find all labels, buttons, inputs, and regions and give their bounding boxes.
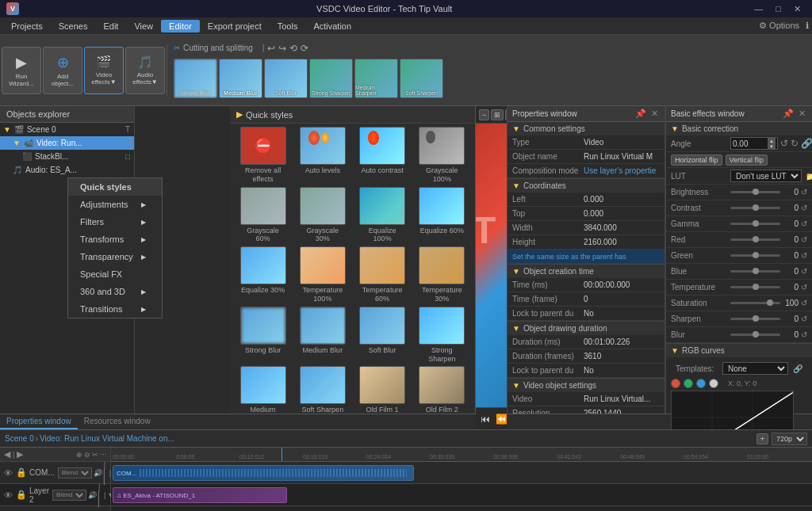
- effect-temp-60[interactable]: Temperature 60%: [354, 246, 411, 303]
- prop-pin[interactable]: 📌: [634, 109, 648, 119]
- red-reset[interactable]: ↺: [801, 235, 807, 244]
- collapse-all[interactable]: ◀: [3, 449, 11, 460]
- side-tool-3[interactable]: □: [124, 151, 132, 162]
- tree-audio[interactable]: 🎵 Audio: ES_A...: [0, 163, 134, 177]
- angle-reset[interactable]: ↺: [780, 138, 788, 149]
- ep-strong-blur[interactable]: Strong Blur: [235, 307, 291, 364]
- preview-zoom-in[interactable]: +: [505, 109, 507, 120]
- menu-projects[interactable]: Projects: [3, 20, 51, 32]
- angle-down[interactable]: ▼: [768, 143, 776, 149]
- green-slider[interactable]: [730, 254, 780, 257]
- ep-medium-blur[interactable]: Medium Blur: [294, 307, 350, 364]
- effect-temp-100[interactable]: Temperature 100%: [294, 246, 350, 303]
- effect-strong-sharpen[interactable]: Strong Sharpen: [309, 59, 353, 98]
- saturation-reset[interactable]: ↺: [801, 299, 807, 307]
- templates-select[interactable]: None: [722, 362, 788, 375]
- menu-editor[interactable]: Editor: [161, 20, 200, 32]
- preview-zoom-out[interactable]: −: [479, 109, 489, 120]
- effect-equalize-60[interactable]: Equalize 60%: [414, 187, 470, 244]
- blur-slider[interactable]: [730, 334, 780, 336]
- sharpen-reset[interactable]: ↺: [801, 315, 807, 323]
- run-wizard-button[interactable]: ▶ RunWizard...: [2, 47, 41, 94]
- gamma-reset[interactable]: ↺: [801, 219, 807, 228]
- lut-select[interactable]: Don't use LUT: [730, 170, 802, 182]
- qs-adjustments[interactable]: Adjustments ▶: [68, 196, 162, 213]
- preview-prev-btn[interactable]: ⏪: [494, 414, 507, 425]
- horizontal-flip-button[interactable]: Horizontal flip: [671, 154, 722, 166]
- options-button[interactable]: ⚙ Options: [759, 21, 799, 31]
- menu-tools[interactable]: Tools: [270, 20, 306, 32]
- effect-grayscale-30[interactable]: Grayscale 30%: [294, 187, 350, 244]
- effect-remove-all[interactable]: ⛔ Remove all effects: [235, 127, 291, 184]
- effect-soft-blur[interactable]: Soft Blur: [264, 59, 308, 98]
- effect-temp-30[interactable]: Temperature 30%: [414, 246, 470, 303]
- qs-special-fx[interactable]: Special FX: [68, 265, 162, 283]
- brightness-reset[interactable]: ↺: [801, 188, 807, 196]
- tl-add-layer[interactable]: +: [756, 433, 768, 444]
- ep-soft-blur[interactable]: Soft Blur: [354, 307, 411, 364]
- effect-grayscale-100[interactable]: Grayscale 100%: [414, 127, 470, 184]
- angle-link[interactable]: 🔗: [801, 138, 812, 149]
- effect-medium-blur[interactable]: Medium Blur: [219, 59, 262, 98]
- basic-correction-header[interactable]: ▼ Basic correction: [666, 122, 812, 135]
- saturation-slider[interactable]: [730, 302, 780, 304]
- prop-close[interactable]: ✕: [649, 109, 660, 119]
- green-dot[interactable]: [684, 379, 693, 388]
- layer2-blend[interactable]: Blend: [52, 490, 86, 501]
- close-button[interactable]: ✕: [789, 4, 806, 14]
- angle-up[interactable]: ▲: [768, 138, 776, 143]
- drawing-duration-header[interactable]: ▼ Object drawing duration: [508, 322, 665, 335]
- effect-grayscale-60[interactable]: Grayscale 60%: [235, 187, 291, 244]
- effect-strong-blur[interactable]: Strong Blur: [174, 59, 217, 98]
- vertical-flip-button[interactable]: Vertical flip: [726, 154, 768, 166]
- blue-slider[interactable]: [730, 270, 780, 273]
- lut-open[interactable]: 📁: [806, 172, 812, 181]
- brightness-slider[interactable]: [730, 191, 780, 193]
- effect-medium-sharpen[interactable]: Medium Sharpen: [354, 59, 398, 98]
- video-clip[interactable]: COM...: [113, 465, 414, 481]
- scene-link[interactable]: Scene 0: [5, 434, 34, 443]
- white-dot[interactable]: [709, 379, 718, 388]
- green-reset[interactable]: ↺: [801, 251, 807, 260]
- contrast-slider[interactable]: [730, 207, 780, 209]
- qs-quick-styles[interactable]: Quick styles: [68, 178, 162, 196]
- rgb-curves-header[interactable]: ▼ RGB curves: [666, 344, 812, 357]
- tree-video[interactable]: ▼ 📹 Video: Run...: [0, 136, 134, 150]
- layer2-mute[interactable]: 🔊: [88, 491, 97, 499]
- video-effects-button[interactable]: 🎬 Videoeffects▼: [84, 47, 124, 94]
- qs-360-3d[interactable]: 360 and 3D ▶: [68, 283, 162, 300]
- layer1-eye[interactable]: 👁: [3, 468, 13, 478]
- menu-view[interactable]: View: [126, 20, 161, 32]
- coordinates-header[interactable]: ▼ Coordinates: [508, 179, 665, 193]
- sharpen-slider[interactable]: [730, 318, 780, 320]
- effect-soft-sharpen[interactable]: Soft Sharpen: [400, 59, 443, 98]
- layer2-eye[interactable]: 👁: [3, 490, 13, 500]
- effect-equalize-100[interactable]: Equalize 100%: [354, 187, 411, 244]
- menu-export[interactable]: Export project: [200, 20, 270, 32]
- video-link[interactable]: Video: Run Linux Virtual Machine on...: [40, 434, 174, 443]
- info-button[interactable]: ℹ: [806, 21, 809, 31]
- prop-same-size[interactable]: Set the same size as the parent has: [508, 250, 665, 264]
- blue-reset[interactable]: ↺: [801, 267, 807, 276]
- audio-effects-button[interactable]: 🎵 Audioeffects▼: [125, 47, 165, 94]
- menu-edit[interactable]: Edit: [95, 20, 126, 32]
- audio-clip[interactable]: ♫ ES_Akiva - ATISOUND_1: [113, 487, 287, 503]
- angle-spinbox[interactable]: 0.00 ▲ ▼: [730, 137, 778, 150]
- video-settings-header[interactable]: ▼ Video object settings: [508, 379, 665, 392]
- preview-fit[interactable]: ⊞: [491, 109, 504, 120]
- temperature-reset[interactable]: ↺: [801, 283, 807, 292]
- maximize-button[interactable]: □: [771, 4, 786, 14]
- contrast-reset[interactable]: ↺: [801, 204, 807, 212]
- red-dot[interactable]: [671, 379, 680, 388]
- blue-dot[interactable]: [696, 379, 706, 388]
- effect-auto-contrast[interactable]: Auto contrast: [354, 127, 411, 184]
- side-tool-1[interactable]: T: [124, 124, 132, 135]
- minimize-button[interactable]: —: [749, 4, 768, 14]
- qs-transparency[interactable]: Transparency ▶: [68, 248, 162, 265]
- red-slider[interactable]: [730, 238, 780, 241]
- angle-apply[interactable]: ↻: [791, 138, 799, 149]
- layer1-lock[interactable]: 🔒: [15, 467, 28, 478]
- tree-stackbl[interactable]: ⬛ StackBl...: [0, 150, 134, 163]
- tl-resolution-select[interactable]: 720p: [772, 433, 807, 445]
- menu-activation[interactable]: Activation: [305, 20, 359, 32]
